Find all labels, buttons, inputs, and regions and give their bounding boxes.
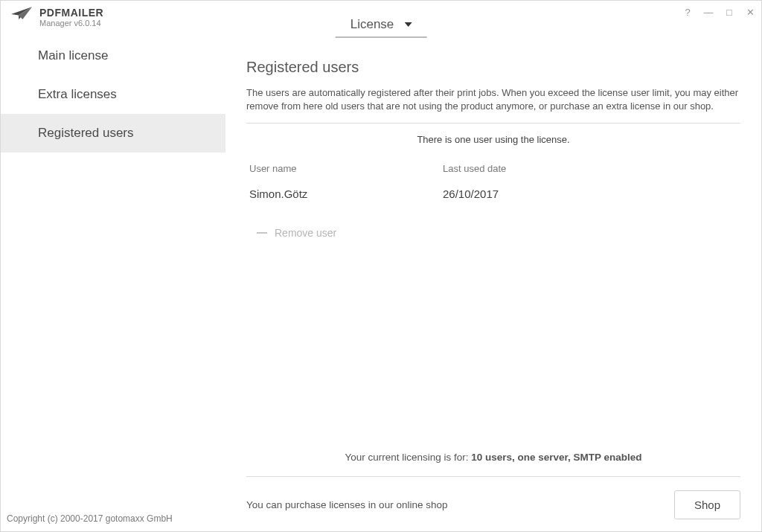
licensing-details: 10 users, one server, SMTP enabled <box>471 452 641 463</box>
page-title: Registered users <box>246 59 740 76</box>
window-controls: ? — □ ✕ <box>682 7 755 17</box>
body: Main license Extra licenses Registered u… <box>1 36 761 531</box>
footer-bar: You can purchase licenses in our online … <box>246 476 740 524</box>
sidebar: Main license Extra licenses Registered u… <box>1 36 225 531</box>
minimize-button[interactable]: — <box>703 7 714 17</box>
sidebar-item-label: Registered users <box>38 126 134 141</box>
minus-icon <box>257 232 267 234</box>
column-header-username: User name <box>249 163 443 174</box>
table-row[interactable]: Simon.Götz 26/10/2017 <box>246 182 740 209</box>
licensing-prefix: Your current licensing is for: <box>345 452 471 463</box>
app-subtitle: Manager v6.0.14 <box>39 19 103 28</box>
remove-user-button[interactable]: Remove user <box>246 209 740 239</box>
cell-lastused: 26/10/2017 <box>443 188 737 200</box>
licensing-summary: Your current licensing is for: 10 users,… <box>246 444 740 476</box>
copyright-text: Copyright (c) 2000-2017 gotomaxx GmbH <box>1 513 225 531</box>
main-content: Registered users The users are automatic… <box>225 36 761 531</box>
sidebar-item-label: Main license <box>38 48 109 63</box>
help-button[interactable]: ? <box>682 7 693 17</box>
sidebar-item-registered-users[interactable]: Registered users <box>1 114 225 153</box>
app-title: PDFMAILER <box>39 7 103 19</box>
sidebar-item-main-license[interactable]: Main license <box>1 36 225 75</box>
app-window: PDFMAILER Manager v6.0.14 License ? — □ … <box>0 0 762 532</box>
paper-plane-icon <box>11 7 32 22</box>
brand: PDFMAILER Manager v6.0.14 <box>1 1 103 28</box>
svg-marker-3 <box>404 22 412 27</box>
table-header: User name Last used date <box>246 163 740 182</box>
shop-hint-text: You can purchase licenses in our online … <box>246 499 447 510</box>
close-button[interactable]: ✕ <box>745 7 755 17</box>
maximize-button[interactable]: □ <box>724 7 734 17</box>
cell-username: Simon.Götz <box>249 188 443 200</box>
users-table: User name Last used date Simon.Götz 26/1… <box>246 163 740 209</box>
page-description: The users are automatically registered a… <box>246 86 740 124</box>
sidebar-item-extra-licenses[interactable]: Extra licenses <box>1 75 225 114</box>
column-header-lastused: Last used date <box>443 163 737 174</box>
user-count-status: There is one user using the license. <box>246 124 740 163</box>
remove-user-label: Remove user <box>275 227 336 239</box>
section-dropdown-label: License <box>350 17 394 32</box>
section-dropdown[interactable]: License <box>336 17 427 38</box>
chevron-down-icon <box>404 22 412 27</box>
shop-button[interactable]: Shop <box>674 490 740 519</box>
sidebar-item-label: Extra licenses <box>38 87 117 102</box>
titlebar: PDFMAILER Manager v6.0.14 License ? — □ … <box>1 1 761 36</box>
